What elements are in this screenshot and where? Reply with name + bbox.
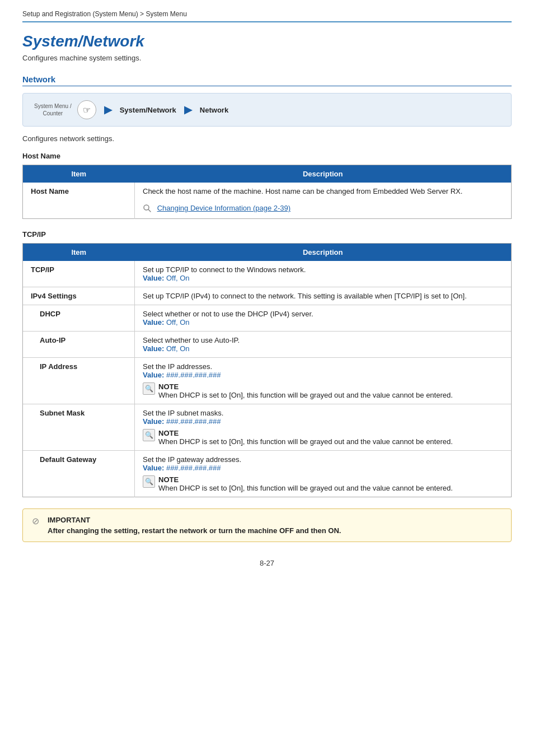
host-table-col2: Description [135,165,512,183]
tcpip-col1: Item [23,244,135,262]
host-name-item: Host Name [23,183,135,219]
dhcp-description: Select whether or not to use the DHCP (I… [135,305,512,332]
svg-point-0 [144,205,149,210]
search-icon [143,204,153,214]
navigation-box: System Menu / Counter ☞ ▶ System/Network… [22,93,512,127]
tcpip-table: Item Description TCP/IP Set up TCP/IP to… [22,243,512,497]
note-box: NOTE When DHCP is set to [On], this func… [143,475,503,492]
note-box: NOTE When DHCP is set to [On], this func… [143,382,503,399]
nav-network-label: Network [200,106,228,114]
ipv4-description: Set up TCP/IP (IPv4) to connect to the n… [135,287,512,305]
configures-network-text: Configures network settings. [22,134,512,143]
ipv4-item: IPv4 Settings [23,287,135,305]
note-content: When DHCP is set to [On], this function … [158,391,453,399]
ipaddress-item: IP Address [23,358,135,404]
arrow-icon-1: ▶ [104,104,112,116]
changing-device-link[interactable]: Changing Device Information (page 2-39) [157,204,291,212]
note-label: NOTE [158,382,179,391]
host-name-heading: Host Name [22,152,512,160]
note-icon [143,429,155,441]
breadcrumb-text: Setup and Registration (System Menu) > S… [22,10,187,18]
page-number: 8-27 [22,559,512,567]
tcpip-item: TCP/IP [23,261,135,287]
nav-system-menu-label: System Menu / Counter [34,103,72,116]
table-row: DHCP Select whether or not to use the DH… [23,305,512,332]
defaultgw-description: Set the IP gateway addresses. Value: ###… [135,451,512,497]
table-row: Host Name Check the host name of the mac… [23,183,512,219]
important-box: ⊘ IMPORTANT After changing the setting, … [22,508,512,542]
ipaddress-description: Set the IP addresses. Value: ###.###.###… [135,358,512,404]
system-menu-icon: ☞ [77,100,96,119]
note-content: When DHCP is set to [On], this function … [158,437,453,446]
arrow-icon-2: ▶ [184,104,192,116]
note-label: NOTE [158,475,179,484]
table-row: TCP/IP Set up TCP/IP to connect to the W… [23,261,512,287]
tcpip-col2: Description [135,244,512,262]
autoip-item: Auto-IP [23,332,135,358]
important-heading: IMPORTANT [48,516,341,524]
important-icon: ⊘ [32,516,43,526]
note-icon [143,475,155,488]
note-label: NOTE [158,429,179,437]
host-name-table: Item Description Host Name Check the hos… [22,165,512,219]
subnetmask-item: Subnet Mask [23,404,135,451]
network-section-heading: Network [22,74,512,86]
table-row: Default Gateway Set the IP gateway addre… [23,451,512,497]
table-row: Subnet Mask Set the IP subnet masks. Val… [23,404,512,451]
important-body: After changing the setting, restart the … [48,526,341,535]
dhcp-item: DHCP [23,305,135,332]
note-content: When DHCP is set to [On], this function … [158,484,453,492]
autoip-description: Select whether to use Auto-IP. Value: Of… [135,332,512,358]
page-title: System/Network [22,32,512,50]
breadcrumb: Setup and Registration (System Menu) > S… [22,10,512,22]
tcpip-description: Set up TCP/IP to connect to the Windows … [135,261,512,287]
table-row: Auto-IP Select whether to use Auto-IP. V… [23,332,512,358]
table-row: IPv4 Settings Set up TCP/IP (IPv4) to co… [23,287,512,305]
table-row: IP Address Set the IP addresses. Value: … [23,358,512,404]
note-box: NOTE When DHCP is set to [On], this func… [143,429,503,446]
nav-system-network-label: System/Network [120,106,176,114]
host-table-col1: Item [23,165,135,183]
page-subtitle: Configures machine system settings. [22,54,512,62]
defaultgw-item: Default Gateway [23,451,135,497]
subnetmask-description: Set the IP subnet masks. Value: ###.###.… [135,404,512,451]
note-icon [143,382,155,395]
host-name-description: Check the host name of the machine. Host… [135,183,512,219]
tcpip-heading: TCP/IP [22,230,512,239]
svg-line-1 [149,210,151,212]
